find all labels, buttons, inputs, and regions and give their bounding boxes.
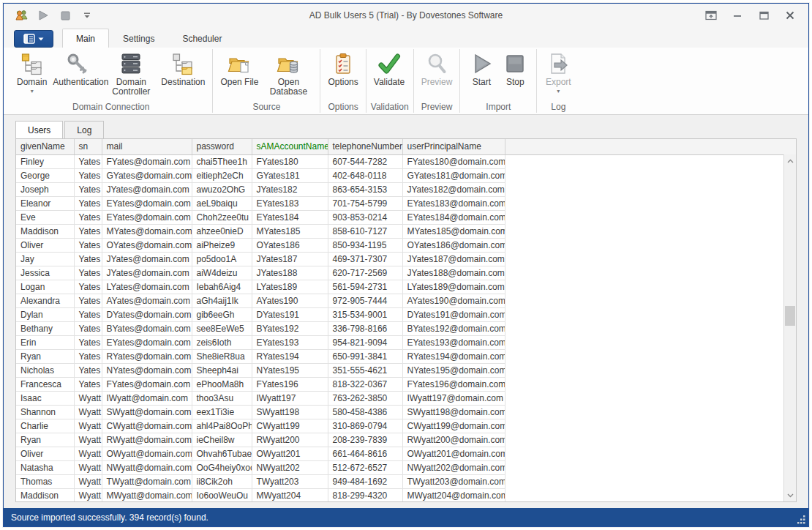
table-row[interactable]: LoganYatesLYates@domain.comIebah6Aig4LYa… (16, 280, 796, 294)
cell-givenName[interactable]: Oliver (16, 447, 74, 460)
cell-password[interactable]: gib6eeGh (192, 307, 252, 321)
preview-button[interactable]: Preview (418, 49, 456, 87)
cell-userPrincipalName[interactable]: MWyatt204@domain.com (402, 488, 505, 502)
cell-userPrincipalName[interactable]: EYates184@domain.com (402, 210, 505, 224)
column-header-mail[interactable]: mail (102, 139, 192, 154)
cell-telephoneNumber[interactable]: 818-299-4320 (328, 488, 402, 502)
cell-mail[interactable]: EYates@domain.com (102, 196, 192, 210)
cell-sn[interactable]: Wyatt (74, 419, 102, 433)
cell-givenName[interactable]: Natasha (16, 460, 74, 474)
tab-settings[interactable]: Settings (109, 29, 168, 48)
cell-sAMAccountName[interactable]: LYates189 (252, 280, 328, 294)
export-button[interactable]: Export ▾ (541, 49, 575, 94)
cell-sn[interactable]: Wyatt (74, 474, 102, 488)
cell-userPrincipalName[interactable]: JYates182@domain.com (402, 182, 505, 196)
resize-grip[interactable] (797, 515, 806, 524)
cell-sn[interactable]: Yates (74, 182, 102, 196)
cell-sn[interactable]: Yates (74, 252, 102, 266)
table-row[interactable]: CharlieWyattCWyatt@domain.comahl4Pai8OoP… (16, 419, 796, 433)
cell-password[interactable]: po5doo1A (192, 252, 252, 266)
table-row[interactable]: NatashaWyattNWyatt@domain.comOoG4heiy0xo… (16, 460, 796, 474)
scrollbar-thumb[interactable] (785, 306, 795, 326)
table-row[interactable]: BethanyYatesBYates@domain.comsee8EeWe5BY… (16, 321, 796, 335)
cell-mail[interactable]: BYates@domain.com (102, 321, 192, 335)
cell-telephoneNumber[interactable]: 818-322-0367 (328, 377, 402, 391)
cell-sn[interactable]: Yates (74, 196, 102, 210)
scroll-down-button[interactable] (784, 489, 796, 501)
table-row[interactable]: DylanYatesDYates@domain.comgib6eeGhDYate… (16, 307, 796, 321)
cell-userPrincipalName[interactable]: NWyatt202@domain.com (402, 460, 505, 474)
table-row[interactable]: IsaacWyattIWyatt@domain.comthoo3AsuIWyat… (16, 391, 796, 405)
table-row[interactable]: RyanYatesRYates@domain.comShe8ieR8uaRYat… (16, 349, 796, 363)
cell-userPrincipalName[interactable]: MYates185@domain.com (402, 224, 505, 238)
cell-telephoneNumber[interactable]: 351-555-4621 (328, 363, 402, 377)
cell-mail[interactable]: SWyatt@domain.com (102, 405, 192, 419)
cell-givenName[interactable]: Nicholas (16, 363, 74, 377)
cell-telephoneNumber[interactable]: 858-610-7127 (328, 224, 402, 238)
cell-userPrincipalName[interactable]: GYates181@domain.com (402, 168, 505, 182)
cell-givenName[interactable]: Ryan (16, 433, 74, 447)
vertical-scrollbar[interactable] (783, 154, 796, 501)
cell-sAMAccountName[interactable]: NWyatt202 (252, 460, 328, 474)
cell-mail[interactable]: IWyatt@domain.com (102, 391, 192, 405)
close-button[interactable] (779, 7, 801, 23)
cell-password[interactable]: aeL9baiqu (192, 196, 252, 210)
cell-mail[interactable]: EYates@domain.com (102, 210, 192, 224)
cell-password[interactable]: Io6ooWeuOu (192, 488, 252, 502)
cell-telephoneNumber[interactable]: 763-262-3850 (328, 391, 402, 405)
cell-userPrincipalName[interactable]: JYates187@domain.com (402, 252, 505, 266)
table-row[interactable]: NicholasYatesNYates@domain.comSheeph4aiN… (16, 363, 796, 377)
cell-password[interactable]: ii8Cik2oh (192, 474, 252, 488)
cell-sn[interactable]: Yates (74, 210, 102, 224)
cell-telephoneNumber[interactable]: 650-991-3841 (328, 349, 402, 363)
cell-mail[interactable]: MYates@domain.com (102, 224, 192, 238)
cell-sAMAccountName[interactable]: JYates187 (252, 252, 328, 266)
table-row[interactable]: JayYatesJYates@domain.compo5doo1AJYates1… (16, 252, 796, 266)
cell-password[interactable]: see8EeWe5 (192, 321, 252, 335)
tab-scheduler[interactable]: Scheduler (168, 29, 236, 48)
cell-telephoneNumber[interactable]: 701-754-5799 (328, 196, 402, 210)
cell-sn[interactable]: Yates (74, 307, 102, 321)
cell-sAMAccountName[interactable]: TWyatt203 (252, 474, 328, 488)
destination-button[interactable]: Destination (158, 49, 208, 87)
open-file-button[interactable]: Open File (217, 49, 261, 87)
cell-sn[interactable]: Wyatt (74, 488, 102, 502)
cell-sn[interactable]: Yates (74, 224, 102, 238)
table-row[interactable]: JosephYatesJYates@domain.comawuzo2OhGJYa… (16, 182, 796, 196)
cell-mail[interactable]: OWyatt@domain.com (102, 447, 192, 460)
column-header-password[interactable]: password (192, 139, 252, 154)
cell-sAMAccountName[interactable]: FYates180 (252, 154, 328, 168)
cell-password[interactable]: thoo3Asu (192, 391, 252, 405)
cell-sAMAccountName[interactable]: BYates192 (252, 321, 328, 335)
cell-mail[interactable]: OYates@domain.com (102, 238, 192, 252)
ribbon-toggle-button[interactable] (700, 7, 722, 23)
cell-userPrincipalName[interactable]: IWyatt197@domain.com (402, 391, 505, 405)
cell-sn[interactable]: Yates (74, 321, 102, 335)
table-row[interactable]: FinleyYatesFYates@domain.comchai5Thee1hF… (16, 154, 796, 168)
cell-sAMAccountName[interactable]: OYates186 (252, 238, 328, 252)
cell-sAMAccountName[interactable]: IWyatt197 (252, 391, 328, 405)
cell-sn[interactable]: Yates (74, 280, 102, 294)
cell-givenName[interactable]: George (16, 168, 74, 182)
cell-sAMAccountName[interactable]: RWyatt200 (252, 433, 328, 447)
cell-givenName[interactable]: Joseph (16, 182, 74, 196)
cell-password[interactable]: Sheeph4ai (192, 363, 252, 377)
cell-givenName[interactable]: Ryan (16, 349, 74, 363)
table-row[interactable]: AlexandraYatesAYates@domain.comaGh4aij1I… (16, 294, 796, 307)
cell-mail[interactable]: JYates@domain.com (102, 252, 192, 266)
cell-password[interactable]: awuzo2OhG (192, 182, 252, 196)
cell-telephoneNumber[interactable]: 620-717-2569 (328, 266, 402, 280)
cell-userPrincipalName[interactable]: RWyatt200@domain.com (402, 433, 505, 447)
cell-sn[interactable]: Yates (74, 349, 102, 363)
cell-sAMAccountName[interactable]: CWyatt199 (252, 419, 328, 433)
cell-sAMAccountName[interactable]: RYates194 (252, 349, 328, 363)
cell-password[interactable]: Iebah6Aig4 (192, 280, 252, 294)
cell-password[interactable]: aGh4aij1Ik (192, 294, 252, 307)
table-row[interactable]: JessicaYatesJYates@domain.comaiW4deizuJY… (16, 266, 796, 280)
app-menu-button[interactable] (14, 30, 53, 48)
table-row[interactable]: OliverYatesOYates@domain.comaiPheize9OYa… (16, 238, 796, 252)
cell-password[interactable]: chai5Thee1h (192, 154, 252, 168)
start-button[interactable]: Start (465, 49, 498, 87)
scroll-up-button[interactable] (784, 154, 796, 167)
cell-sn[interactable]: Yates (74, 168, 102, 182)
